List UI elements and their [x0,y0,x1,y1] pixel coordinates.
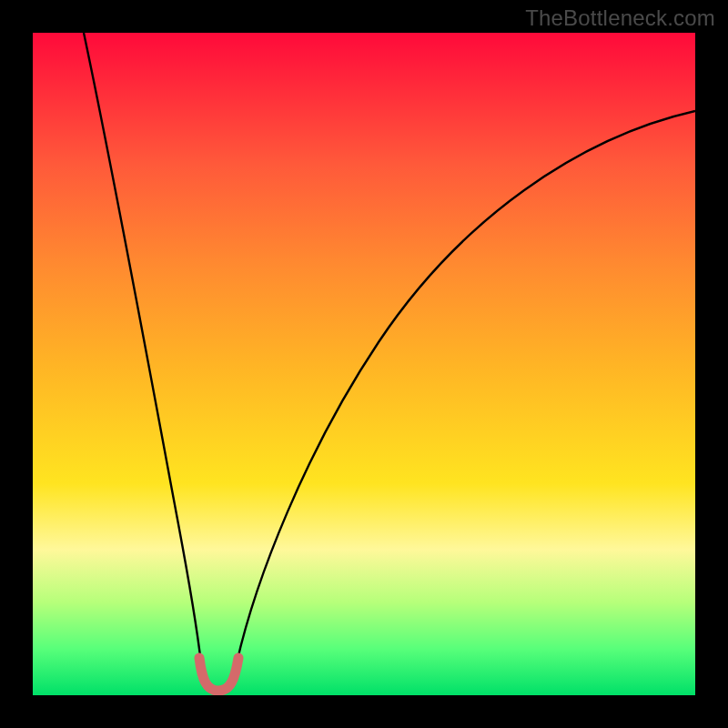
watermark-text: TheBottleneck.com [525,5,715,31]
chart-svg [33,33,695,695]
curve-left [84,33,201,663]
plot-area [33,33,695,695]
chart-frame: TheBottleneck.com [0,0,728,728]
curve-right [237,111,695,663]
valley-marker [199,658,238,691]
